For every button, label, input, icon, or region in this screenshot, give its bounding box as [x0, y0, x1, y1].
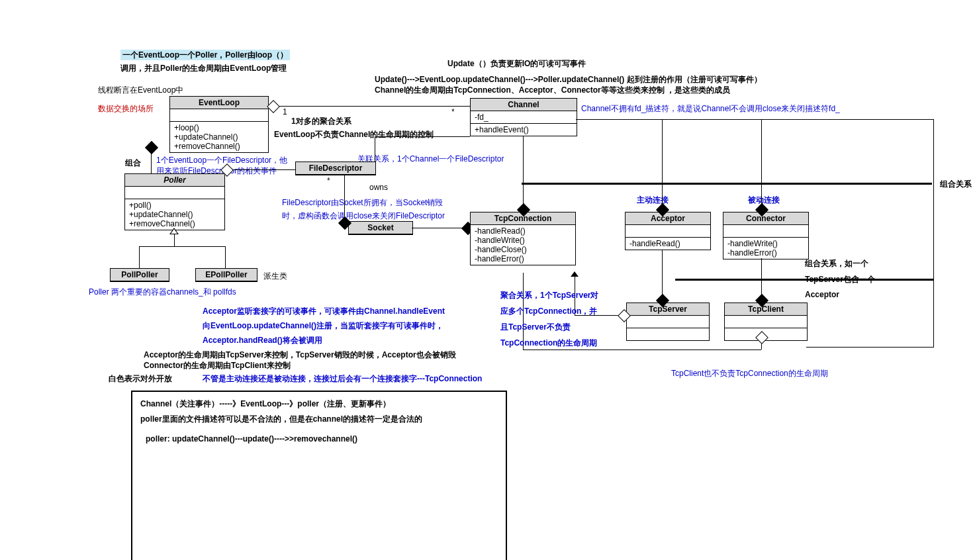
note-line3: poller: updateChannel()---update()---->>…: [146, 434, 498, 443]
line-channel-tcp: [523, 136, 524, 212]
uml-tcpconn: TcpConnection -handleRead() -handleWrite…: [470, 212, 576, 265]
ann-mult1: 1: [283, 107, 287, 117]
ann-fd1: 1个EventLoop一个FileDescriptor，他: [156, 155, 287, 166]
ann-agg2: EventLoop不负责Channel的生命周期的控制: [274, 129, 434, 140]
ann-socket1: FileDescriptor由Socket所拥有，当Socket销毁: [282, 197, 443, 209]
ann-combo: 组合: [125, 158, 141, 169]
ann-mult2: *: [451, 107, 455, 117]
ann-top3: Update（）负责更新IO的可读可写事件: [447, 58, 586, 70]
line-el-channel: [275, 106, 470, 107]
ann-top5: Channel的生命周期由TcpConnection、Acceptor、Conn…: [375, 85, 730, 96]
uml-socket: Socket: [348, 221, 413, 235]
line-socket-fd: [344, 175, 345, 221]
ann-passive: 被动连接: [748, 195, 780, 206]
ann-agg-note1: 聚合关系，1个TcpServer对: [500, 290, 598, 301]
note-line1: Channel（关注事件）-----》EventLoop---》poller（注…: [140, 398, 498, 410]
uml-acceptor: Acceptor -handleRead(): [625, 212, 711, 250]
ann-agg-note2: 应多个TcpConnection，并: [500, 306, 597, 317]
ann-mult3: *: [327, 176, 330, 185]
uml-eventloop: EventLoop +loop() +updateChannel() +remo…: [169, 96, 269, 153]
ann-channel-fd: Channel不拥有fd_描述符，就是说Channel不会调用close来关闭描…: [581, 103, 840, 115]
uml-epollpoller: EPollPoller: [195, 268, 257, 282]
ann-owns: owns: [369, 183, 388, 192]
uml-channel: Channel -fd_ +handleEvent(): [470, 98, 577, 136]
line-right-vert: [933, 119, 934, 348]
note-line2: poller里面的文件描述符可以是不合法的，但是在channel的描述符一定是合…: [140, 414, 498, 425]
ann-agg-note3: 且TcpServer不负责: [500, 322, 571, 333]
ann-combo-rel: 组合关系: [940, 179, 972, 190]
line-channel-fanout: [576, 119, 933, 120]
tri-poller-gen-inner: [171, 229, 177, 234]
ann-combo2a: 组合关系，如一个: [805, 258, 868, 269]
line-right-horz: [806, 347, 933, 348]
uml-connector: Connector -handleWrite() -handleError(): [723, 212, 809, 259]
line-channel-conn: [761, 119, 762, 212]
diamond-el-poller: [145, 141, 158, 154]
ann-life1: Acceptor的生命周期由TcpServer来控制，TcpServer销毁的时…: [144, 350, 456, 361]
thick-line-1: [522, 183, 932, 185]
uml-pollpoller: PollPoller: [110, 268, 169, 282]
ann-tcpclient-note: TcpClient也不负责TcpConnection的生命周期: [671, 368, 828, 379]
line-poller-down: [174, 233, 175, 246]
ann-top1: 一个EventLoop一个Poller，Poller由loop（）: [120, 50, 290, 61]
ann-agg-note4: TcpConnection的生命周期: [500, 338, 597, 349]
ann-assoc: 关联关系，1个Channel一个FileDescriptor: [357, 154, 504, 165]
ann-thread: 线程断言在EventLoop中: [98, 85, 183, 96]
uml-poller: Poller +poll() +updateChannel() +removeC…: [124, 173, 225, 230]
ann-white: 白色表示对外开放: [109, 373, 172, 385]
line-channel-acc: [662, 119, 663, 212]
ann-combo2b: TcpServer包含一个: [805, 274, 875, 285]
ann-combo2c: Acceptor: [805, 290, 839, 299]
ann-life2: Connector的生命周期由TcpClient来控制: [144, 360, 291, 371]
ann-acc1: Acceptor监听套接字的可读事件，可读事件由Channel.handleEv…: [203, 306, 445, 317]
ann-top4: Update()--->EventLoop.updateChannel()---…: [375, 74, 762, 85]
line-child-r: [225, 246, 226, 268]
ann-acc3: Acceptor.handRead()将会被调用: [203, 335, 322, 346]
ann-conn-either: 不管是主动连接还是被动连接，连接过后会有一个连接套接字---TcpConnect…: [203, 373, 482, 385]
arrow-tcpconn: [571, 271, 579, 277]
line-poller-fd: [224, 169, 295, 170]
ann-derived: 派生类: [263, 271, 287, 282]
uml-fd: FileDescriptor: [295, 162, 376, 175]
line-tcpconn-client-h: [523, 350, 761, 350]
ann-data-exchange: 数据交换的场所: [98, 103, 154, 115]
ann-acc2: 向EventLoop.updateChannel()注册，当监听套接字有可读事件…: [203, 320, 443, 332]
thick-line-2: [675, 279, 933, 281]
diamond-el: [267, 100, 280, 113]
ann-socket2: 时，虚构函数会调用close来关闭FileDescriptor: [282, 210, 445, 222]
note-box: Channel（关注事件）-----》EventLoop---》poller（注…: [131, 391, 507, 560]
uml-tcpserver: TcpServer: [626, 303, 710, 341]
line-child-l: [139, 246, 140, 268]
ann-poller-note: Poller 两个重要的容器channels_和 pollfds: [89, 287, 236, 298]
ann-agg1: 1对多的聚合关系: [291, 116, 351, 127]
ann-top2: 调用，并且Poller的生命周期由EventLoop管理: [120, 63, 287, 74]
line-child-h: [139, 246, 225, 247]
line-fd-channel-h: [375, 136, 470, 137]
line-fd-channel-v: [375, 136, 375, 162]
